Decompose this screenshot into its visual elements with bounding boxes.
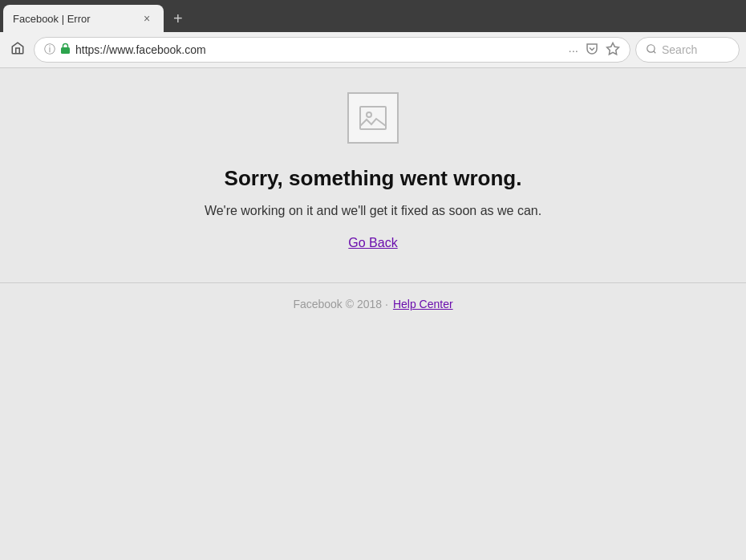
error-subtitle: We're working on it and we'll get it fix… (205, 204, 541, 218)
footer-copyright: Facebook © 2018 · (293, 298, 388, 310)
search-icon (646, 43, 657, 57)
svg-point-2 (647, 44, 655, 51)
search-placeholder: Search (662, 43, 697, 56)
lock-icon (60, 43, 71, 57)
error-title: Sorry, something went wrong. (225, 166, 522, 191)
svg-rect-0 (61, 47, 70, 54)
svg-rect-4 (360, 107, 386, 129)
bookmark-button[interactable] (606, 42, 620, 59)
browser-chrome: Facebook | Error × + ⓘ https: (0, 0, 746, 67)
svg-point-5 (367, 112, 371, 117)
tab-bar: Facebook | Error × + (0, 0, 746, 32)
address-actions: ··· (568, 42, 620, 59)
error-image (347, 92, 399, 144)
active-tab[interactable]: Facebook | Error × (3, 5, 164, 32)
go-back-link[interactable]: Go Back (348, 236, 397, 250)
info-icon: ⓘ (44, 43, 55, 57)
page-divider (0, 282, 746, 283)
page-content: Sorry, something went wrong. We're worki… (0, 67, 746, 560)
new-tab-button[interactable]: + (164, 5, 193, 32)
footer: Facebook © 2018 · Help Center (293, 298, 452, 310)
address-bar[interactable]: ⓘ https://www.facebook.com ··· (34, 37, 630, 63)
search-bar[interactable]: Search (635, 37, 740, 63)
svg-marker-1 (607, 43, 619, 54)
home-icon (10, 41, 25, 59)
more-button[interactable]: ··· (568, 43, 578, 57)
tab-title: Facebook | Error (13, 13, 133, 25)
url-text: https://www.facebook.com (75, 43, 563, 56)
home-button[interactable] (6, 39, 29, 61)
help-center-link[interactable]: Help Center (393, 298, 453, 310)
tab-close-button[interactable]: × (140, 11, 154, 26)
nav-bar: ⓘ https://www.facebook.com ··· (0, 32, 746, 67)
svg-line-3 (654, 51, 656, 53)
pocket-button[interactable] (585, 42, 599, 59)
